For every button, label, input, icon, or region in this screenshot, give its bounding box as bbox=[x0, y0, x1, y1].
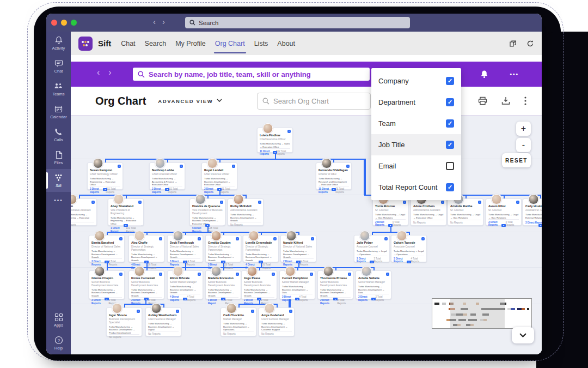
dropdown-item-department[interactable]: Department✓ bbox=[371, 92, 461, 113]
zoom-reset-button[interactable]: RESET bbox=[502, 153, 531, 167]
dropdown-item-email[interactable]: Email bbox=[371, 155, 461, 177]
direct-reports-link[interactable]: 2 Direct Reports bbox=[90, 188, 104, 194]
profile-info-icon[interactable]: i bbox=[198, 273, 201, 276]
expand-reports-chevron[interactable]: ▾ bbox=[296, 261, 301, 263]
org-card[interactable]: iAshley WeatherburnClient Success Manage… bbox=[145, 307, 181, 336]
profile-info-icon[interactable]: i bbox=[119, 273, 122, 276]
tab-lists[interactable]: Lists bbox=[254, 32, 268, 55]
org-card[interactable]: iThomasina ProwseSenior Business Develop… bbox=[317, 270, 353, 299]
expand-reports-chevron[interactable]: ▾ bbox=[205, 224, 210, 227]
tab-my-profile[interactable]: My Profile bbox=[175, 32, 206, 55]
collapse-chevron-button[interactable] bbox=[512, 327, 534, 343]
expand-reports-chevron[interactable]: ▾ bbox=[273, 151, 277, 154]
sidebar-item-calendar[interactable]: Calendar bbox=[46, 100, 71, 123]
expand-reports-chevron[interactable]: ▾ bbox=[295, 298, 299, 300]
profile-info-icon[interactable]: i bbox=[198, 237, 201, 240]
org-card[interactable]: iCadi ChockittoMarket ManagerTurbo Manuf… bbox=[220, 307, 256, 336]
maximize-window-button[interactable] bbox=[71, 20, 77, 26]
org-card[interactable]: iMadella EcclestonSenior Business Develo… bbox=[205, 270, 241, 299]
org-card[interactable]: iBlinni DiScateSenior Market ManagerTurb… bbox=[167, 270, 203, 299]
org-card[interactable]: iSusan KemptonChief Technology OfficerTu… bbox=[87, 162, 123, 190]
org-card[interactable]: iAvrom ElliotSr. CounselTurbo Manufactur… bbox=[486, 198, 522, 226]
expand-reports-chevron[interactable]: ▾ bbox=[221, 261, 225, 263]
profile-info-icon[interactable]: i bbox=[251, 310, 254, 313]
org-card[interactable]: iGlenna ChapiroSenior Business Developme… bbox=[89, 270, 125, 299]
tab-chat[interactable]: Chat bbox=[121, 32, 135, 55]
profile-info-icon[interactable]: i bbox=[310, 273, 313, 276]
org-chart-search-input[interactable]: Search Org Chart bbox=[257, 93, 371, 110]
expand-reports-chevron[interactable]: ▾ bbox=[105, 261, 109, 263]
kebab-menu-icon[interactable] bbox=[524, 96, 526, 105]
zoom-in-button[interactable]: + bbox=[516, 122, 531, 136]
org-chart-canvas[interactable]: + - RESET iLoleta FindlowChief Execut bbox=[71, 116, 542, 354]
org-card[interactable]: iTorrie BristowSr. CounselTurbo Manufact… bbox=[372, 198, 408, 226]
profile-info-icon[interactable]: i bbox=[421, 237, 425, 240]
checkbox-icon[interactable]: ✓ bbox=[446, 183, 454, 191]
sidebar-item-help[interactable]: ?Help bbox=[46, 331, 71, 354]
zoom-out-button[interactable]: - bbox=[516, 138, 531, 152]
download-icon[interactable] bbox=[501, 96, 510, 105]
org-card[interactable]: iArdelle SallarieSenior Market ManagerTu… bbox=[356, 270, 391, 299]
minimap-viewport[interactable] bbox=[450, 299, 505, 328]
profile-info-icon[interactable]: i bbox=[384, 237, 388, 240]
profile-info-icon[interactable]: i bbox=[258, 201, 261, 204]
org-card[interactable]: iDeck FernihoughDirector of National Sal… bbox=[167, 235, 203, 262]
expand-reports-chevron[interactable]: ▾ bbox=[183, 261, 187, 263]
expand-reports-chevron[interactable]: ▾ bbox=[371, 298, 376, 300]
sidebar-item-teams[interactable]: Teams bbox=[46, 77, 71, 100]
print-icon[interactable] bbox=[478, 96, 487, 105]
expand-reports-chevron[interactable]: ▾ bbox=[501, 224, 506, 227]
advanced-view-dropdown[interactable]: ADVANCED VIEW bbox=[158, 98, 222, 104]
checkbox-icon[interactable] bbox=[446, 162, 454, 170]
history-nav-buttons[interactable]: ‹› bbox=[153, 17, 171, 26]
profile-info-icon[interactable]: i bbox=[236, 273, 239, 276]
tab-org-chart[interactable]: Org Chart bbox=[215, 32, 245, 55]
tab-about[interactable]: About bbox=[277, 32, 295, 55]
expand-reports-chevron[interactable]: ▾ bbox=[407, 261, 411, 263]
expand-reports-chevron[interactable]: ▾ bbox=[538, 224, 542, 227]
sidebar-item-chat[interactable]: Chat bbox=[46, 55, 71, 77]
org-card[interactable]: iGalven TwoodeAssociate CounselTurbo Man… bbox=[391, 235, 427, 262]
profile-info-icon[interactable]: i bbox=[386, 273, 389, 276]
expand-reports-chevron[interactable]: ▾ bbox=[105, 298, 109, 300]
profile-info-icon[interactable]: i bbox=[272, 273, 275, 276]
profile-info-icon[interactable]: i bbox=[311, 237, 314, 240]
expand-reports-chevron[interactable]: ▾ bbox=[217, 188, 222, 191]
minimap[interactable] bbox=[432, 298, 532, 329]
org-card[interactable]: iIngar ShouteBusiness Development Specia… bbox=[106, 307, 142, 336]
dropdown-item-company[interactable]: Company✓ bbox=[371, 70, 461, 92]
expand-reports-chevron[interactable]: ▾ bbox=[165, 188, 169, 191]
org-card[interactable]: iNancie KilfordDirector of National Sale… bbox=[280, 235, 316, 262]
org-card[interactable]: iRuthy McEshillAdministrative AssistantT… bbox=[228, 198, 264, 226]
expand-reports-chevron[interactable]: ▾ bbox=[259, 261, 263, 263]
sidebar-more-icon[interactable]: ••• bbox=[46, 192, 71, 208]
profile-info-icon[interactable]: i bbox=[159, 237, 162, 240]
profile-info-icon[interactable]: i bbox=[346, 165, 350, 168]
dropdown-item-total-report-count[interactable]: Total Report Count✓ bbox=[371, 177, 461, 198]
profile-info-icon[interactable]: i bbox=[348, 273, 351, 276]
org-card[interactable]: iAlec ChaffeDirector of Strategic Partne… bbox=[128, 235, 164, 262]
profile-info-icon[interactable]: i bbox=[232, 165, 235, 168]
profile-info-icon[interactable]: i bbox=[138, 201, 142, 204]
org-card[interactable]: iRoyal LandeltChief Revenue OfficerTurbo… bbox=[201, 162, 237, 190]
close-window-button[interactable] bbox=[51, 20, 57, 26]
profile-info-icon[interactable]: i bbox=[180, 165, 183, 168]
direct-reports-link[interactable]: 2 Direct Reports bbox=[152, 188, 166, 194]
profile-info-icon[interactable]: i bbox=[119, 237, 122, 240]
checkbox-icon[interactable]: ✓ bbox=[446, 98, 454, 106]
refresh-icon[interactable] bbox=[526, 40, 534, 47]
global-search-bar[interactable]: Search bbox=[185, 17, 410, 28]
org-card[interactable]: iBenita BassfordDirector of National Sal… bbox=[89, 235, 125, 262]
org-card[interactable]: iAdore CrothersAdministrative AssistantT… bbox=[411, 198, 446, 226]
sidebar-item-sift[interactable]: Sift bbox=[46, 169, 71, 192]
profile-info-icon[interactable]: i bbox=[91, 201, 95, 204]
expand-reports-chevron[interactable]: ▾ bbox=[144, 298, 149, 300]
sidebar-item-activity[interactable]: Activity bbox=[46, 32, 71, 55]
profile-info-icon[interactable]: i bbox=[289, 310, 292, 313]
direct-reports-link[interactable]: 6 Direct Reports bbox=[192, 227, 206, 233]
profile-info-icon[interactable]: i bbox=[287, 130, 291, 133]
org-card[interactable]: iNorthrup LobbeChief Financial OfficerTu… bbox=[149, 162, 185, 190]
checkbox-icon[interactable]: ✓ bbox=[446, 119, 454, 128]
expand-reports-chevron[interactable]: ▾ bbox=[388, 224, 393, 227]
profile-info-icon[interactable]: i bbox=[236, 237, 239, 240]
